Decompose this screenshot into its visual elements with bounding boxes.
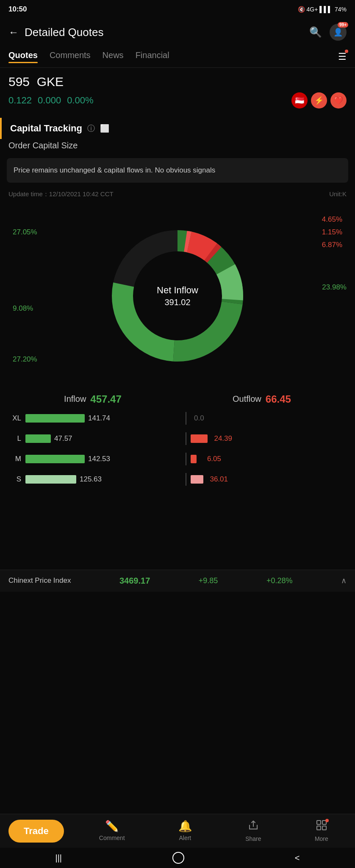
header-left: ← Detailed Quotes [8,26,103,39]
bar-rows: XL 141.74 0.0 L 47.57 24.39 M 142.53 [0,412,355,502]
bar-out-s-value: 36.01 [207,475,228,484]
index-bar: Chinext Price Index 3469.17 +9.85 +0.28%… [0,570,355,592]
bar-out-xl-value: 0.0 [194,414,204,423]
pct-label-right-mid: 23.98% [322,283,347,292]
tab-financial[interactable]: Financial [136,50,169,63]
sys-menu-btn[interactable]: ||| [55,853,62,863]
status-icons: 🔇 4G+ ▌▌▌ [298,6,332,13]
trade-button[interactable]: Trade [8,820,64,843]
inflow-value: 457.47 [90,393,121,405]
subsection-title: Order Capital Size [0,139,355,155]
unit-label: Unit:K [329,190,347,198]
bar-divider [186,453,186,465]
donut-center-label: Net Inflow [157,284,198,295]
tab-news[interactable]: News [103,50,124,63]
bar-divider [186,432,186,445]
alert-icon: 🔔 [178,820,192,833]
status-right: 🔇 4G+ ▌▌▌ 74% [298,6,347,13]
bar-in-xl-fill [25,414,85,423]
section-header: Capital Tracking ⓘ ⬜ [0,118,355,139]
index-pct: +0.28% [266,576,293,585]
avatar-button[interactable]: 👤 99+ [330,24,347,41]
more-icon [316,820,327,834]
bar-label-xl: XL [8,414,21,423]
status-time: 10:50 [8,5,27,14]
bar-out-l-fill [191,434,208,443]
flow-summary: Inflow 457.47 Outflow 66.45 [0,389,355,412]
flag-sg[interactable]: 🇸🇬 [291,92,308,108]
search-icon[interactable]: 🔍 [309,26,322,38]
tab-menu-icon[interactable]: ☰ [338,51,347,62]
pct-label-bottom-left: 27.20% [13,355,37,364]
bar-out-l: 24.39 [191,434,347,444]
header-right: 🔍 👤 99+ [309,24,347,41]
stock-flags: 🇸🇬 ⚡ ❤️ [291,92,347,108]
sys-home-btn[interactable] [172,852,184,864]
bar-out-m-value: 6.05 [200,455,221,463]
bar-row-m: M 142.53 6.05 [8,453,347,465]
stock-code: 595 [8,75,30,89]
inflow-item: Inflow 457.47 [64,393,122,405]
bar-in-m-fill [25,455,85,463]
bar-row-s: S 125.63 36.01 [8,473,347,486]
update-time-row: Update time：12/10/2021 10:42 CCT Unit:K [0,186,355,203]
pct-label-rt3: 6.87% [322,241,342,249]
stock-code-name: 595 GKE [8,75,347,89]
nav-comment[interactable]: ✏️ Comment [99,820,125,842]
nav-more[interactable]: More [315,820,328,842]
stock-price: 0.122 [8,95,32,106]
info-icon[interactable]: ⓘ [87,123,95,134]
bar-in-l-value: 47.57 [54,434,80,443]
tab-comments[interactable]: Comments [50,50,91,63]
bar-in-xl-value: 141.74 [88,414,114,423]
bar-in-m: 142.53 [25,454,181,464]
bar-in-l: 47.57 [25,434,181,444]
tab-quotes[interactable]: Quotes [8,50,38,63]
nav-alert[interactable]: 🔔 Alert [178,820,192,842]
export-icon[interactable]: ⬜ [100,124,109,133]
more-badge [325,819,329,822]
stock-info: 595 GKE 0.122 0.000 0.00% 🇸🇬 ⚡ ❤️ [0,68,355,113]
flag-heart[interactable]: ❤️ [330,92,347,108]
bar-in-l-fill [25,434,51,443]
svg-rect-9 [317,821,321,824]
inflow-label: Inflow [64,394,86,404]
index-value: 3469.17 [119,576,150,586]
bar-label-s: S [8,475,21,484]
comment-icon: ✏️ [105,820,119,833]
bar-in-m-value: 142.53 [88,455,114,463]
stock-price-row: 0.122 0.000 0.00% 🇸🇬 ⚡ ❤️ [8,92,347,108]
share-icon [248,820,259,834]
pct-label-rt2: 1.15% [322,228,342,236]
stock-name: GKE [37,75,64,89]
status-battery: 74% [335,6,347,13]
flag-bolt[interactable]: ⚡ [311,92,327,108]
tab-menu-dot [345,50,348,53]
page-title: Detailed Quotes [25,26,103,39]
stock-change: 0.000 [38,95,61,106]
alert-box: Price remains unchanged & capital flows … [7,158,348,183]
section-title: Capital Tracking [10,123,82,134]
bar-out-l-value: 24.39 [211,434,232,443]
back-button[interactable]: ← [8,26,19,38]
index-change: +9.85 [199,576,218,585]
donut-chart: Net Inflow 391.02 [105,224,250,368]
bar-in-s-fill [25,475,76,484]
bar-in-s: 125.63 [25,474,181,484]
bar-row-l: L 47.57 24.39 [8,432,347,445]
alert-text: Price remains unchanged & capital flows … [14,166,215,174]
bar-row-xl: XL 141.74 0.0 [8,412,347,425]
nav-share[interactable]: Share [245,820,261,842]
bar-in-s-value: 125.63 [80,475,105,484]
bar-out-s: 36.01 [191,474,347,484]
update-time: Update time：12/10/2021 10:42 CCT [8,190,114,198]
nav-share-label: Share [245,835,261,842]
bar-out-s-fill [191,475,203,484]
bar-out-xl: 0.0 [191,413,347,423]
chart-area: 27.05% 9.08% 27.20% 4.65% 1.15% 6.87% 23… [0,203,355,389]
collapse-icon[interactable]: ∧ [341,576,347,585]
nav-items: ✏️ Comment 🔔 Alert Share [72,820,355,842]
status-bar: 10:50 🔇 4G+ ▌▌▌ 74% [0,0,355,19]
sys-back-btn[interactable]: < [295,853,300,863]
outflow-item: Outflow 66.45 [233,393,291,405]
